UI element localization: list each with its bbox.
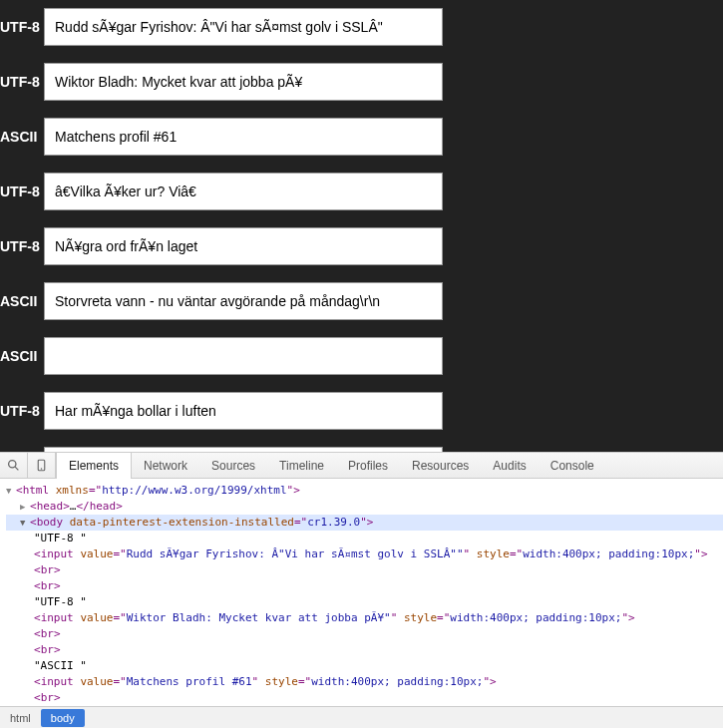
encoding-label: UTF-8 xyxy=(0,19,44,35)
device-icon[interactable] xyxy=(28,453,56,479)
encoding-row: UTF-8 xyxy=(0,392,723,430)
dom-child-line[interactable]: <input value="Wiktor Bladh: Mycket kvar … xyxy=(6,610,723,626)
value-input[interactable] xyxy=(44,392,443,430)
encoding-row: ASCII xyxy=(0,337,723,375)
breadcrumb-bar: htmlbody xyxy=(0,706,723,728)
dom-child-line[interactable]: <input value="Rudd sÃ¥gar Fyrishov: Â"Vi… xyxy=(6,546,723,562)
dom-child-line[interactable]: "UTF-8 " xyxy=(6,594,723,610)
value-input[interactable] xyxy=(44,63,443,101)
dom-child-line[interactable]: <br> xyxy=(6,690,723,705)
elements-dom-tree[interactable]: <html xmlns="http://www.w3.org/1999/xhtm… xyxy=(0,479,723,705)
tab-timeline[interactable]: Timeline xyxy=(267,453,336,479)
dom-child-line[interactable]: <br> xyxy=(6,562,723,578)
tab-console[interactable]: Console xyxy=(539,453,606,479)
dom-child-line[interactable]: <br> xyxy=(6,626,723,642)
dom-child-line[interactable]: "ASCII " xyxy=(6,658,723,674)
svg-point-0 xyxy=(9,461,16,468)
tab-network[interactable]: Network xyxy=(132,453,199,479)
encoding-label: UTF-8 xyxy=(0,74,44,90)
value-input[interactable] xyxy=(44,118,443,156)
tab-elements[interactable]: Elements xyxy=(56,453,132,479)
encoding-row: ASCII xyxy=(0,282,723,320)
encoding-row: ASCII xyxy=(0,118,723,156)
dom-child-line[interactable]: <br> xyxy=(6,578,723,594)
encoding-row: UTF-8 xyxy=(0,8,723,46)
encoding-row: UTF-8 xyxy=(0,227,723,265)
devtools-toolbar: ElementsNetworkSourcesTimelineProfilesRe… xyxy=(0,453,723,479)
dom-child-line[interactable]: <br> xyxy=(6,642,723,658)
devtools-panel: ElementsNetworkSourcesTimelineProfilesRe… xyxy=(0,452,723,728)
encoding-label: UTF-8 xyxy=(0,183,44,199)
svg-point-3 xyxy=(41,468,42,469)
svg-line-1 xyxy=(15,467,18,470)
rendered-page: UTF-8UTF-8ASCIIUTF-8UTF-8ASCIIASCIIUTF-8… xyxy=(0,0,723,452)
dom-child-line[interactable]: "UTF-8 " xyxy=(6,531,723,546)
encoding-label: UTF-8 xyxy=(0,403,44,419)
encoding-row: UTF-8 xyxy=(0,63,723,101)
value-input[interactable] xyxy=(44,227,443,265)
dom-node-html[interactable]: <html xmlns="http://www.w3.org/1999/xhtm… xyxy=(6,483,723,499)
tab-audits[interactable]: Audits xyxy=(481,453,538,479)
dom-child-line[interactable]: <input value="Matchens profil #61" style… xyxy=(6,674,723,690)
value-input[interactable] xyxy=(44,337,443,375)
encoding-row: UTF-8 xyxy=(0,173,723,210)
devtools-tabs: ElementsNetworkSourcesTimelineProfilesRe… xyxy=(56,453,606,479)
tab-resources[interactable]: Resources xyxy=(400,453,481,479)
crumb-body[interactable]: body xyxy=(41,709,85,727)
dom-node-body[interactable]: <body data-pinterest-extension-installed… xyxy=(6,515,723,531)
tab-sources[interactable]: Sources xyxy=(199,453,267,479)
value-input[interactable] xyxy=(44,173,443,210)
tab-profiles[interactable]: Profiles xyxy=(336,453,400,479)
value-input[interactable] xyxy=(44,282,443,320)
dom-node-head[interactable]: <head>…</head> xyxy=(6,499,723,515)
encoding-label: UTF-8 xyxy=(0,238,44,254)
crumb-html[interactable]: html xyxy=(0,709,41,727)
value-input[interactable] xyxy=(44,8,443,46)
encoding-label: ASCII xyxy=(0,348,44,364)
encoding-label: ASCII xyxy=(0,129,44,145)
search-icon[interactable] xyxy=(0,453,28,479)
encoding-label: ASCII xyxy=(0,293,44,309)
